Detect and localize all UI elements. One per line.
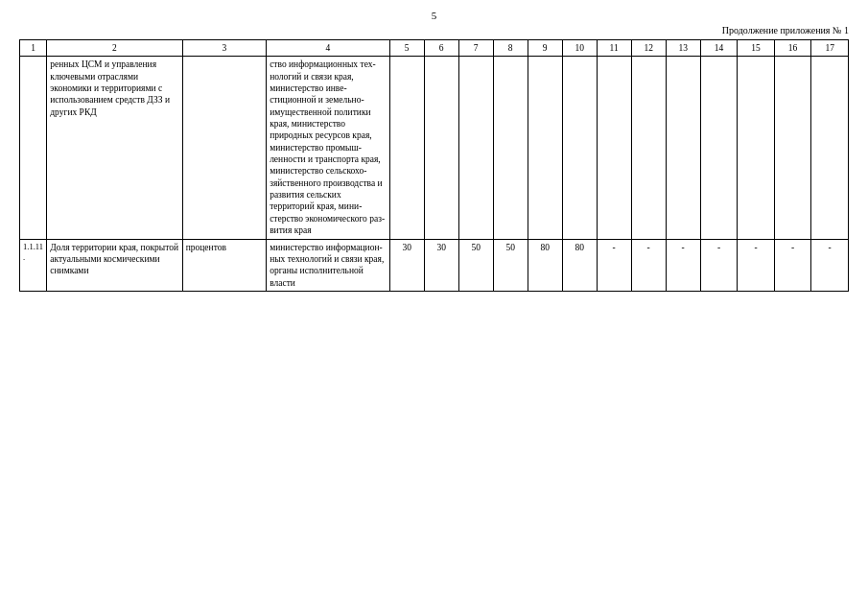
cell-r2-c14: -	[700, 239, 738, 291]
header-col14: 14	[700, 40, 738, 57]
cell-r2-c5: 30	[389, 239, 424, 291]
header-col9: 9	[528, 40, 562, 57]
table-row: ренных ЦСМ и управления ключевыми отрасл…	[20, 57, 849, 239]
table-row: 1.1.11. Доля территории края, покрытой а…	[20, 239, 849, 291]
cell-r1-c4: ство ин­формаци­онных тех­нологий и связ…	[267, 57, 390, 239]
cell-r2-c4: министер­ство ин­формацион­ных тех­нолог…	[267, 239, 390, 291]
cell-r1-c9	[528, 57, 562, 239]
cell-r1-c11	[597, 57, 631, 239]
header-col1: 1	[20, 40, 47, 57]
page-number: 5	[19, 10, 849, 21]
cell-r2-c9: 80	[528, 239, 562, 291]
cell-r2-c8: 50	[493, 239, 528, 291]
cell-r1-c12	[631, 57, 666, 239]
cell-r2-c10: 80	[562, 239, 597, 291]
cell-r1-c1	[20, 57, 47, 239]
header-col16: 16	[774, 40, 811, 57]
cell-r1-c5	[389, 57, 424, 239]
cell-r1-c15	[738, 57, 775, 239]
header-col8: 8	[493, 40, 528, 57]
header-col3: 3	[182, 40, 266, 57]
cell-r2-c13: -	[666, 239, 700, 291]
header-col13: 13	[666, 40, 700, 57]
cell-r2-c7: 50	[458, 239, 493, 291]
cell-r2-c11: -	[597, 239, 631, 291]
header-col17: 17	[811, 40, 849, 57]
cell-r2-c17: -	[811, 239, 849, 291]
cell-r1-c17	[811, 57, 849, 239]
cell-r1-c10	[562, 57, 597, 239]
cell-r2-c3: процентов	[182, 239, 266, 291]
header-col2: 2	[47, 40, 182, 57]
page: 5 Продолжение приложения № 1 1 2	[0, 0, 868, 614]
main-table: 1 2 3 4 5 6 7 8 9 10 11 12 13 14 15 16 1…	[19, 39, 849, 292]
cell-r1-c7	[458, 57, 493, 239]
header-col11: 11	[597, 40, 631, 57]
cell-r1-c16	[774, 57, 811, 239]
header-col7: 7	[458, 40, 493, 57]
cell-r2-c1: 1.1.11.	[20, 239, 47, 291]
cell-r2-c2: Доля территории края, покрытой актуальны…	[47, 239, 182, 291]
cell-r1-c8	[493, 57, 528, 239]
header-col15: 15	[738, 40, 775, 57]
header-col10: 10	[562, 40, 597, 57]
cell-r2-c6: 30	[424, 239, 458, 291]
header-col5: 5	[389, 40, 424, 57]
cell-r1-c13	[666, 57, 700, 239]
cell-r2-c15: -	[738, 239, 775, 291]
header-col4: 4	[267, 40, 390, 57]
header-col12: 12	[631, 40, 666, 57]
cell-r2-c16: -	[774, 239, 811, 291]
table-header-row: 1 2 3 4 5 6 7 8 9 10 11 12 13 14 15 16 1…	[20, 40, 849, 57]
cell-r1-c14	[700, 57, 738, 239]
cell-r1-c2: ренных ЦСМ и управления ключевыми отрасл…	[47, 57, 182, 239]
cell-r1-c3	[182, 57, 266, 239]
cell-r2-c12: -	[631, 239, 666, 291]
header-col6: 6	[424, 40, 458, 57]
cell-r1-c6	[424, 57, 458, 239]
continuation-label: Продолжение приложения № 1	[19, 25, 849, 35]
